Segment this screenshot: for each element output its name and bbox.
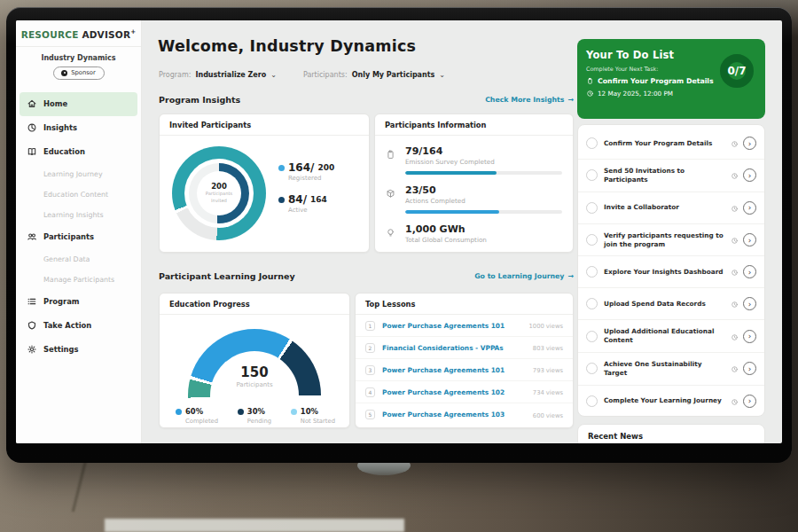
lesson-views: 734 (533, 389, 544, 396)
legend-value: 60% (185, 407, 203, 416)
task-checkbox[interactable] (586, 395, 598, 407)
card-title: Top Lessons (356, 293, 573, 315)
legend-completed: 60% Completed (176, 407, 218, 425)
task-row: Upload Spend Data Records › (578, 288, 764, 320)
sidebar-item-education-content[interactable]: Education Content (16, 184, 141, 205)
card-title: Participants Information (375, 114, 573, 136)
task-label: Confirm Your Program Details (604, 139, 726, 148)
org-name: Industry Dynamics (16, 54, 141, 62)
participants-filter[interactable]: Participants: Only My Participants ⌄ (303, 71, 445, 79)
task-checkbox[interactable] (586, 169, 598, 181)
lesson-row: 1 Power Purchase Agreements 101 1000view… (356, 315, 573, 337)
sidebar-item-manage-participants[interactable]: Manage Participants (16, 270, 141, 290)
task-row: Send 50 Invitations to Participants › (578, 160, 764, 192)
task-go-button[interactable]: › (743, 168, 756, 182)
task-go-button[interactable]: › (743, 201, 756, 215)
sidebar-item-settings[interactable]: Settings (16, 338, 141, 362)
legend-label: Active (288, 207, 334, 214)
sponsor-label: Sponsor (71, 69, 96, 76)
clock-icon (731, 200, 739, 216)
sidebar-item-take-action[interactable]: Take Action (16, 314, 141, 338)
task-row: Explore Your Insights Dashboard › (578, 256, 764, 288)
legend-total: 200 (317, 163, 334, 172)
list-icon (27, 296, 37, 307)
sponsor-icon (61, 70, 67, 76)
sidebar-item-label: Learning Journey (43, 170, 103, 178)
task-checkbox[interactable] (586, 298, 598, 309)
sidebar-item-label: Participants (43, 232, 94, 241)
lesson-rank: 4 (365, 387, 375, 397)
legend-label: Not Started (301, 418, 335, 425)
chevron-right-icon: › (748, 396, 752, 405)
clock-icon (731, 295, 739, 312)
card-title: Invited Participants (160, 114, 369, 136)
clipboard-icon (586, 77, 594, 85)
page-title: Welcome, Industry Dynamics (158, 37, 416, 55)
lesson-link[interactable]: Power Purchase Agreements 101 (382, 322, 527, 330)
task-checkbox[interactable] (586, 202, 598, 214)
lesson-row: 3 Power Purchase Agreements 101 793views (356, 359, 573, 381)
clipboard-icon (385, 147, 396, 164)
legend-label: Completed (185, 418, 218, 425)
shield-icon (27, 320, 37, 331)
insights-icon (27, 122, 37, 133)
lesson-row: 2 Financial Considerations - VPPAs 803vi… (356, 337, 573, 359)
brand-resource: RESOURCE (21, 29, 79, 40)
task-go-button[interactable]: › (743, 265, 756, 278)
sidebar-item-education[interactable]: Education (16, 140, 141, 164)
task-checkbox[interactable] (586, 363, 598, 374)
monitor-bezel: RESOURCE ADVISOR+ Industry Dynamics Spon… (6, 7, 792, 463)
sidebar-item-learning-journey[interactable]: Learning Journey (16, 164, 141, 184)
clock-icon (586, 90, 594, 98)
donut-center-label: Participants Invited (201, 191, 237, 205)
sidebar-item-general-data[interactable]: General Data (16, 249, 141, 270)
legend-label: Registered (288, 175, 334, 182)
lesson-rank: 5 (365, 410, 375, 419)
legend-dot (278, 165, 285, 171)
sidebar-item-label: Education (43, 147, 85, 156)
legend-active: 84/ 164 Active (278, 193, 334, 214)
task-go-button[interactable]: › (743, 395, 756, 408)
task-checkbox[interactable] (586, 234, 598, 246)
lesson-link[interactable]: Power Purchase Agreements 102 (382, 388, 531, 396)
chevron-down-icon[interactable]: ⌄ (439, 71, 445, 79)
sidebar-item-home[interactable]: Home (20, 92, 137, 116)
gauge-center-label: Participants (188, 381, 321, 388)
sidebar-item-learning-insights[interactable]: Learning Insights (16, 205, 141, 225)
chevron-down-icon[interactable]: ⌄ (270, 71, 277, 79)
lesson-link[interactable]: Financial Considerations - VPPAs (382, 344, 531, 352)
task-go-button[interactable]: › (743, 362, 756, 375)
clock-icon (731, 360, 739, 377)
stat-value: 23/50 (405, 184, 562, 196)
task-checkbox[interactable] (586, 137, 598, 149)
lesson-link[interactable]: Power Purchase Agreements 103 (382, 411, 531, 419)
lesson-link[interactable]: Power Purchase Agreements 101 (382, 366, 531, 374)
gauge-center: 150 Participants (188, 364, 321, 388)
views-label: views (546, 323, 563, 330)
task-go-button[interactable]: › (743, 233, 756, 246)
sidebar-item-insights[interactable]: Insights (16, 116, 141, 140)
task-checkbox[interactable] (586, 331, 598, 342)
program-filter[interactable]: Program: Industrialize Zero ⌄ (159, 71, 277, 79)
task-checkbox[interactable] (586, 266, 598, 278)
sidebar-item-participants[interactable]: Participants (16, 225, 141, 249)
sidebar-item-program[interactable]: Program (16, 290, 141, 314)
stat-value: 1,000 GWh (405, 223, 562, 235)
sidebar-item-label: Learning Insights (43, 211, 104, 219)
legend-dot (238, 409, 244, 415)
task-label: Complete Your Learning Journey (604, 396, 726, 405)
check-more-insights-link[interactable]: Check More Insights → (485, 96, 574, 104)
link-label: Check More Insights (485, 96, 564, 104)
task-go-button[interactable]: › (743, 137, 756, 150)
task-go-button[interactable]: › (743, 297, 756, 310)
task-label: Explore Your Insights Dashboard (604, 268, 726, 277)
sidebar-item-label: Manage Participants (43, 276, 114, 284)
task-label: Upload Additional Educational Content (604, 327, 726, 345)
go-to-learning-journey-link[interactable]: Go to Learning Journey → (474, 272, 574, 280)
home-icon (27, 98, 37, 109)
sidebar-item-label: Home (43, 99, 67, 108)
sponsor-badge[interactable]: Sponsor (53, 66, 105, 80)
invited-donut-body: 200 Participants Invited 164/ 200 Regist… (160, 136, 369, 240)
task-go-button[interactable]: › (743, 330, 756, 343)
todo-task-list: Confirm Your Program Details › Send 50 I… (577, 124, 765, 417)
